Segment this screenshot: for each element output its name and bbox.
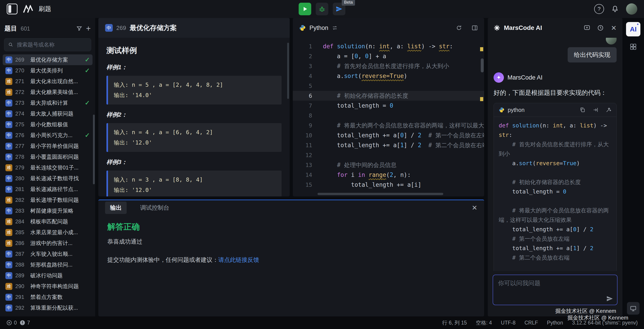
layout-button[interactable] [472,25,478,31]
editor-hscrollbar[interactable] [318,193,443,195]
problem-list-item[interactable]: 难284模板串匹配问题 [3,216,92,227]
status-item[interactable]: CRLF [524,320,538,326]
status-item[interactable]: 行 6, 列 15 [442,319,467,326]
ai-code-line [499,196,612,206]
difficulty-badge: 中 [6,186,12,193]
copy-code-button[interactable] [580,107,586,113]
problem-list-item[interactable]: 中278最小覆盖圆面积问题 [3,151,92,162]
problem-list-item[interactable]: 中275最小化数组极值 [3,119,92,130]
monitor-icon [630,305,636,312]
difficulty-badge: 难 [6,240,12,247]
submit-button[interactable]: Beta [333,3,345,15]
history-button[interactable] [597,25,604,31]
output-tab[interactable]: 调试控制台 [135,202,174,214]
code-line[interactable]: 9 # 将最大的两个会员信息放在容器的两端，这样可以最大化压缩效果 [293,120,484,130]
search-input[interactable] [16,41,87,48]
editor-tab-python[interactable]: Python [310,25,328,32]
status-item[interactable]: 空格: 4 [476,319,492,326]
code-line[interactable]: 6 # 初始化存储容器的总长度 [293,91,484,101]
problem-list-item[interactable]: 难272最大化糖果美味值... [3,87,92,98]
split-layout-icon [472,25,478,31]
problem-list-item[interactable]: 难290神奇字符串构造问题 [3,281,92,292]
code-line[interactable]: 14 for i in range(2, n): [293,170,484,180]
problem-title: 算珠重新分配以获... [30,304,90,311]
ai-input[interactable] [493,275,617,302]
problem-list-item[interactable]: 中276最小周长巧克力...✓ [3,130,92,141]
example-code-block: 输入: n = 4 , a = [6, 6, 4, 2]输出: '12.0' [106,123,282,152]
community-footer: 掘金技术社区 @ Kennem [488,307,616,315]
problem-title: 最长连续交替01子... [30,164,90,171]
new-chat-button[interactable] [584,25,590,31]
ai-close-icon[interactable]: ✕ [611,24,616,32]
problem-scrollbar[interactable] [287,43,289,99]
code-line[interactable]: 13 # 处理中间的会员信息 [293,160,484,170]
marscode-ai-button[interactable]: AI [626,22,640,37]
send-button[interactable] [606,295,613,302]
problem-list-item[interactable]: 难285水果店果篮最小成... [3,227,92,238]
code-line[interactable]: 10 total_length += a[0] / 2 # 第一个会员放在左端 [293,130,484,140]
sidebar-toggle-icon[interactable] [7,4,18,14]
code-line[interactable]: 2 a = [0, 0] + a [293,51,484,61]
add-problem-button[interactable]: + [86,25,91,33]
ai-code-line: # 首先对会员信息长度进行排序，从大到小 [499,140,612,159]
feedback-link[interactable]: 请点此链接反馈 [218,256,259,263]
problem-list-item[interactable]: 中277最小字符单价值问题 [3,141,92,151]
output-close-icon[interactable]: ✕ [472,204,478,212]
problem-list-item[interactable]: 中270最大优美排列✓ [3,65,92,76]
problem-list-item[interactable]: 中281最长递减路径节点... [3,184,92,195]
problem-list-item[interactable]: 难271最大化未出现自然... [3,76,92,87]
problem-list-item[interactable]: 难282最长递增子数组问题 [3,195,92,205]
user-message-bubble[interactable]: 给出代码实现 [568,47,616,63]
problem-id: 288 [15,262,28,268]
code-line[interactable]: 15 total_length += a[i] [293,180,484,190]
problem-list-item[interactable]: 中289破冰行动问题 [3,270,92,281]
status-item[interactable]: UTF-8 [501,320,516,326]
example-output: 输出: '14.0' [114,90,276,101]
code-line[interactable]: 7 total_length = 0 [293,101,484,111]
reset-code-button[interactable] [456,25,462,31]
terminal-panel-button[interactable] [627,302,640,315]
apply-code-button[interactable] [606,107,612,113]
sidebar-scrollbar[interactable] [93,115,95,184]
problem-list-item[interactable]: 中280最长递减子数组寻找 [3,173,92,184]
switch-language-button[interactable] [332,25,338,31]
output-tab[interactable]: 输出 [105,202,127,214]
filter-button[interactable] [76,25,82,32]
problem-id: 279 [15,165,28,171]
editor-vscrollbar[interactable] [481,59,484,72]
problem-sidebar: 题目 601 + 中269最优化存储方案✓中270最大优美排列✓难271最大化未… [0,18,95,316]
problem-list-item[interactable]: 中273最大异或和计算✓ [3,98,92,108]
ai-input-box[interactable] [493,275,618,305]
code-line[interactable]: 11 total_length += a[1] / 2 # 第二个会员放在右端 [293,140,484,150]
code-line[interactable]: 1def solution(n: int, a: list) -> str: [293,41,484,51]
problem-list-item[interactable]: 中291禁着点方案数 [3,292,92,302]
error-count: 0 [14,320,17,326]
run-button[interactable] [299,3,311,15]
code-line[interactable]: 4 a.sort(reverse=True) [293,71,484,81]
app-logo[interactable] [23,5,33,13]
debug-button[interactable] [316,3,328,15]
problem-list-item[interactable]: 中283树苗健康提升策略 [3,205,92,216]
editor-code[interactable]: 1def solution(n: int, a: list) -> str:2 … [293,38,484,196]
notifications-icon[interactable] [611,5,619,13]
avatar[interactable] [626,3,637,15]
status-item[interactable]: Python [547,320,563,326]
insert-code-button[interactable] [592,107,598,113]
help-icon[interactable]: ? [594,4,604,14]
problem-search[interactable] [4,38,91,51]
code-line[interactable]: 5 [293,81,484,91]
problems-errors[interactable]: 0 [6,320,17,326]
code-line[interactable]: 8 [293,111,484,120]
problem-list-item[interactable]: 难286游戏中的伤害计... [3,238,92,248]
problem-list-item[interactable]: 难279最长连续交替01子... [3,162,92,173]
extensions-icon[interactable] [630,43,637,50]
problem-list-item[interactable]: 中274最大敌人捕获问题 [3,108,92,119]
code-line[interactable]: 12 [293,150,484,160]
problem-list-item[interactable]: 中288矩形棋盘路径问... [3,259,92,270]
problem-list-item[interactable]: 中287火车驶入驶出顺... [3,248,92,259]
code-line[interactable]: 3 # 首先对会员信息长度进行排序，从大到小 [293,61,484,71]
problem-list-item[interactable]: 中269最优化存储方案✓ [3,54,92,65]
problems-warnings[interactable]: 7 [20,320,30,326]
problem-list-item[interactable]: 中292算珠重新分配以获... [3,302,92,313]
problem-id: 275 [15,121,28,128]
